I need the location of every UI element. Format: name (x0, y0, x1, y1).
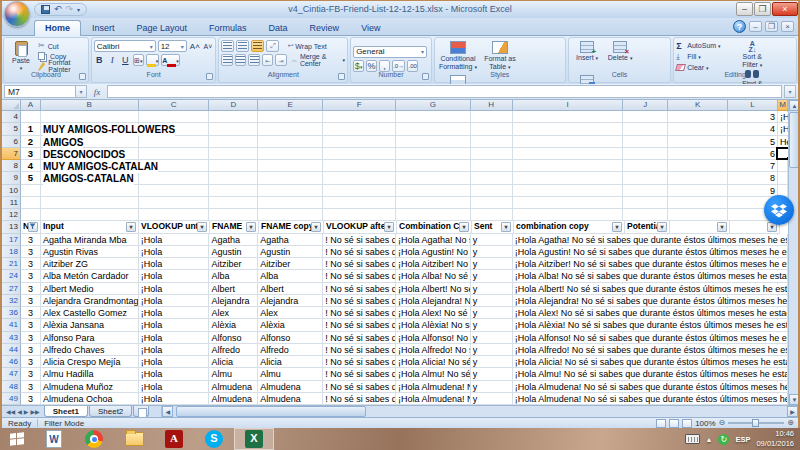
column-header-D[interactable]: D (209, 100, 258, 111)
cell-sent-44[interactable]: y (471, 344, 513, 356)
cell-empty[interactable] (139, 136, 210, 148)
cell-empty[interactable] (209, 185, 258, 197)
filter-header-B[interactable]: Input▾ (41, 221, 139, 233)
cell-A36[interactable]: 3 (21, 307, 41, 319)
workbook-close-button[interactable]: × (781, 21, 794, 32)
paste-button[interactable]: Paste▾ (6, 40, 36, 74)
align-left-button[interactable] (221, 54, 232, 66)
taskbar-word-button[interactable]: W (34, 428, 74, 450)
filter-header-E[interactable]: FNAME copy▾ (259, 221, 324, 233)
cell-B4[interactable] (41, 111, 139, 123)
cell-empty[interactable] (209, 148, 258, 160)
cell-input-41[interactable]: ¡Hola (139, 319, 210, 331)
cell-fname-copy-18[interactable]: Agustin (258, 246, 323, 258)
cell-empty[interactable] (471, 148, 513, 160)
cell-combination-copy-47[interactable]: ¡Hola Almu! No sé si sabes que durante é… (513, 368, 624, 380)
first-sheet-icon[interactable]: ◀◀ (6, 408, 15, 415)
cell-combination-cde-44[interactable]: ¡Hola Alfredo! No sé si sabes que durant… (396, 344, 471, 356)
column-header-L[interactable]: L (728, 100, 778, 111)
dropbox-notification-icon[interactable] (764, 195, 794, 225)
cell-empty[interactable] (471, 197, 513, 209)
row-header-6[interactable]: 6 (2, 136, 21, 148)
scroll-left-icon[interactable]: ◀ (162, 406, 173, 417)
taskbar-explorer-button[interactable] (114, 428, 154, 450)
zoom-level[interactable]: 100% (695, 419, 715, 428)
cell-combination-cde-21[interactable]: ¡Hola Aitziber! No sé si sabes que duran… (396, 258, 471, 270)
cell-L10[interactable]: 9 (728, 185, 778, 197)
column-header-F[interactable]: F (323, 100, 396, 111)
cell-empty[interactable] (323, 123, 396, 135)
cell-empty[interactable] (513, 111, 624, 123)
row-header-5[interactable]: 5 (2, 123, 21, 135)
selected-cell-M7[interactable] (776, 147, 788, 160)
cell-empty[interactable] (668, 160, 728, 172)
cell-B10[interactable] (41, 185, 139, 197)
cell-empty[interactable] (396, 123, 471, 135)
start-button[interactable] (0, 428, 34, 450)
cell-combination-cde-43[interactable]: ¡Hola Alfonso! No sé si sabes que durant… (396, 332, 471, 344)
cell-empty[interactable] (209, 209, 258, 221)
cell-empty[interactable] (668, 136, 728, 148)
cell-empty[interactable] (396, 185, 471, 197)
cell-empty[interactable] (396, 111, 471, 123)
cell-fname-copy-32[interactable]: Alejandra (258, 295, 323, 307)
cell-empty[interactable] (668, 209, 728, 221)
cell-combination-cde-41[interactable]: ¡Hola Alèxia! No sé si sabes que durante… (396, 319, 471, 331)
cell-sent-21[interactable]: y (471, 258, 513, 270)
format-painter-button[interactable]: Format Painter (38, 61, 86, 71)
filter-dropdown-icon[interactable]: ▾ (311, 222, 321, 232)
taskbar-clock[interactable]: 10:46 09/01/2016 (756, 429, 794, 449)
cell-combination-copy-36[interactable]: ¡Hola Alex! No sé si sabes que durante é… (513, 307, 624, 319)
cell-vlookup-after-18[interactable]: ! No sé si sabes qu (323, 246, 396, 258)
cell-empty[interactable] (209, 172, 258, 184)
cell-empty[interactable] (323, 185, 396, 197)
delete-cells-button[interactable]: Delete ▾ (604, 40, 637, 74)
cell-A32[interactable]: 3 (21, 295, 41, 307)
increase-indent-button[interactable]: ⇥ (275, 54, 286, 66)
cell-A12[interactable] (21, 209, 41, 221)
sheet-nav-buttons[interactable]: ◀◀ ◀ ▶ ▶▶ (2, 406, 44, 417)
row-header-18[interactable]: 18 (2, 246, 21, 258)
column-header-B[interactable]: B (41, 100, 139, 111)
cell-L9[interactable]: 8 (728, 172, 778, 184)
cell-fname-copy-44[interactable]: Alfredo (258, 344, 323, 356)
cell-L4[interactable]: 3 (728, 111, 778, 123)
cell-A5[interactable]: 1 (21, 123, 41, 135)
cell-combination-cde-17[interactable]: ¡Hola Agatha! No sé si sabes que durante… (396, 234, 471, 246)
row-header-7[interactable]: 7 (2, 148, 21, 160)
align-bottom-button[interactable] (251, 40, 264, 52)
cell-empty[interactable] (209, 197, 258, 209)
cell-vlookup-after-48[interactable]: ! No sé si sabes qu (323, 381, 396, 393)
row-header-24[interactable]: 24 (2, 270, 21, 282)
fill-color-button[interactable]: ▾ (146, 54, 160, 66)
cell-empty[interactable] (513, 148, 624, 160)
cell-input-47[interactable]: ¡Hola (139, 368, 210, 380)
cell-A49[interactable]: 3 (21, 393, 41, 405)
insert-function-icon[interactable]: fx (87, 87, 107, 97)
cell-input-49[interactable]: ¡Hola (139, 393, 210, 405)
cell-sent-17[interactable]: y (471, 234, 513, 246)
cell-empty[interactable] (668, 172, 728, 184)
cell-combination-cde-24[interactable]: ¡Hola Alba! No sé si sabes que durante é… (396, 270, 471, 282)
cell-combination-copy-27[interactable]: ¡Hola Albert! No sé si sabes que durante… (513, 283, 624, 295)
cell-name-41[interactable]: Alèxia Jansana (41, 319, 139, 331)
cell-A8[interactable]: 4 (21, 160, 41, 172)
cell-fname-copy-43[interactable]: Alfonso (258, 332, 323, 344)
filter-dropdown-icon[interactable]: ▾ (384, 222, 394, 232)
cell-A6[interactable]: 2 (21, 136, 41, 148)
cell-A41[interactable]: 3 (21, 319, 41, 331)
cell-empty[interactable] (471, 111, 513, 123)
cell-name-27[interactable]: Albert Medio (41, 283, 139, 295)
column-header-M[interactable]: M (778, 100, 788, 111)
row-header-49[interactable]: 49 (2, 393, 21, 405)
cell-sent-48[interactable]: y (471, 381, 513, 393)
cell-name-24[interactable]: Alba Metón Cardador (41, 270, 139, 282)
cell-input-24[interactable]: ¡Hola (139, 270, 210, 282)
workbook-restore-button[interactable]: ❐ (765, 21, 778, 32)
cell-combination-cde-18[interactable]: ¡Hola Agustin! No sé si sabes que durant… (396, 246, 471, 258)
cell-fname-41[interactable]: Alèxia (209, 319, 258, 331)
cell-empty[interactable] (668, 111, 728, 123)
cell-empty[interactable] (396, 136, 471, 148)
taskbar-excel-button[interactable]: X (234, 428, 274, 450)
filter-dropdown-icon[interactable]: ▾ (657, 222, 667, 232)
